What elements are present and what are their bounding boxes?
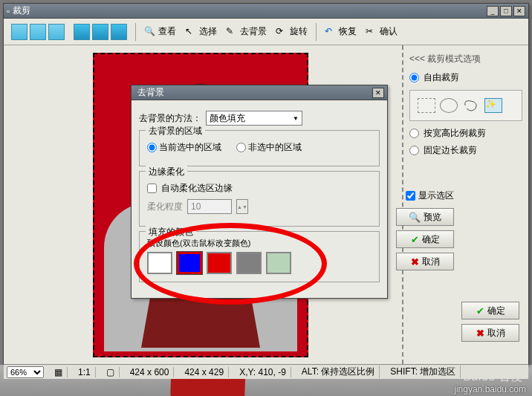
- fixed-crop-radio[interactable]: 固定边长裁剪: [409, 144, 522, 157]
- ratio-preset-2[interactable]: [30, 24, 46, 40]
- dims-original: 424 x 600: [126, 367, 175, 377]
- grid-icon[interactable]: ▢: [102, 367, 120, 377]
- confirm-label: 确认: [380, 25, 398, 38]
- confirm-button[interactable]: ✂ 确认: [363, 24, 400, 39]
- method-label: 去背景的方法：: [139, 112, 201, 125]
- status-bar: 66% ▦ 1:1 ▢ 424 x 600 424 x 429 X,Y: 410…: [4, 364, 528, 379]
- view-button[interactable]: 🔍 查看: [141, 24, 179, 39]
- select-button[interactable]: ↖ 选择: [182, 24, 220, 39]
- cursor-icon: ↖: [185, 26, 197, 38]
- dims-crop: 424 x 429: [180, 367, 229, 377]
- rect-select-tool[interactable]: [418, 98, 435, 113]
- dialog-titlebar[interactable]: 去背景 ✕: [132, 85, 387, 100]
- rotate-button[interactable]: ⟳ 旋转: [273, 24, 311, 39]
- oval-select-tool[interactable]: [440, 98, 458, 113]
- ratio-crop-radio[interactable]: 按宽高比例裁剪: [409, 127, 522, 140]
- mouse-coords: X,Y: 410, -9: [235, 367, 291, 377]
- magnifier-icon: 🔍: [144, 26, 156, 38]
- swatch-gray[interactable]: [236, 252, 262, 274]
- rotate-icon: ⟳: [276, 26, 288, 38]
- ratio-preset-6[interactable]: [111, 24, 127, 40]
- soften-legend: 边缘柔化: [146, 166, 187, 178]
- select-label: 选择: [199, 25, 217, 38]
- main-title: 裁剪: [10, 4, 487, 17]
- fill-color-fieldset: 填充的颜色 预设颜色(双击鼠标改变颜色): [139, 231, 380, 282]
- chevron-down-icon: ▼: [293, 115, 299, 122]
- fit-icon[interactable]: ▦: [50, 367, 68, 377]
- dialog-close-button[interactable]: ✕: [372, 88, 384, 98]
- restore-button[interactable]: ↶ 恢复: [322, 24, 360, 39]
- ratio-preset-5[interactable]: [92, 24, 108, 40]
- preset-label: 预设颜色(双击鼠标改变颜色): [147, 238, 372, 249]
- minimize-button[interactable]: _: [487, 6, 499, 16]
- ratio-preset-4[interactable]: [74, 24, 90, 40]
- magic-wand-tool[interactable]: ✨: [484, 98, 502, 113]
- cross-icon: ✖: [411, 256, 419, 267]
- remove-bg-dialog: 去背景 ✕ 去背景的方法： 颜色填充 ▼ 去背景的区域 当前选中的区域 非选中的…: [131, 85, 388, 299]
- watermark-url: jingyan.baidu.com: [454, 384, 526, 395]
- check-icon: ✔: [411, 234, 419, 245]
- swatch-red[interactable]: [207, 252, 232, 274]
- ratio-11[interactable]: 1:1: [74, 367, 96, 377]
- close-button[interactable]: ✕: [513, 6, 525, 16]
- lasso-select-tool[interactable]: [462, 98, 480, 113]
- preview-button[interactable]: 🔍 预览: [396, 208, 454, 226]
- auto-soften-check[interactable]: 自动柔化选区边缘: [147, 182, 372, 195]
- zoom-select[interactable]: 66%: [7, 366, 44, 378]
- soften-degree-label: 柔化程度: [147, 201, 183, 213]
- main-titlebar[interactable]: ▫ 裁剪 _ □ ✕: [4, 4, 528, 19]
- ratio-crop-input[interactable]: [409, 129, 419, 138]
- scissors-icon: ✂: [366, 26, 377, 38]
- free-crop-input[interactable]: [409, 73, 419, 82]
- show-selection-check[interactable]: 显示选区: [406, 189, 454, 202]
- swatch-white[interactable]: [147, 252, 172, 274]
- remove-bg-button[interactable]: ✎ 去背景: [223, 24, 270, 39]
- swatch-blue[interactable]: [177, 252, 202, 274]
- selection-tools: ✨: [409, 90, 522, 121]
- cross-icon: ✖: [476, 328, 484, 339]
- main-ok-button[interactable]: ✔ 确定: [461, 302, 519, 319]
- swatch-green[interactable]: [266, 252, 291, 274]
- soften-degree-input: [187, 199, 232, 214]
- dialog-ok-button[interactable]: ✔ 确定: [396, 230, 454, 248]
- shift-hint: SHIFT: 增加选区: [386, 366, 461, 378]
- region-current-radio[interactable]: 当前选中的区域: [147, 141, 221, 154]
- color-swatches: [147, 252, 372, 274]
- main-cancel-button[interactable]: ✖ 取消: [461, 324, 519, 342]
- crop-mode-title: <<< 裁剪模式选项: [409, 53, 522, 65]
- check-icon: ✔: [476, 305, 484, 317]
- rotate-label: 旋转: [290, 25, 308, 38]
- remove-bg-label: 去背景: [240, 25, 267, 38]
- maximize-button[interactable]: □: [500, 6, 512, 16]
- magnifier-icon: 🔍: [409, 212, 421, 223]
- free-crop-radio[interactable]: 自由裁剪: [409, 71, 522, 84]
- soften-fieldset: 边缘柔化 自动柔化选区边缘 柔化程度 ▲▼: [139, 171, 380, 227]
- main-toolbar: 🔍 查看 ↖ 选择 ✎ 去背景 ⟳ 旋转 ↶ 恢复 ✂ 确认: [4, 19, 528, 45]
- view-label: 查看: [158, 25, 176, 38]
- dialog-cancel-button[interactable]: ✖ 取消: [396, 253, 454, 270]
- ratio-preset-1[interactable]: [11, 24, 27, 40]
- alt-hint: ALT: 保持选区比例: [297, 366, 380, 378]
- ratio-preset-3[interactable]: [48, 24, 65, 40]
- dialog-title: 去背景: [134, 86, 372, 99]
- region-legend: 去背景的区域: [146, 125, 205, 137]
- method-select[interactable]: 颜色填充 ▼: [206, 111, 302, 126]
- aspect-ratio-group: [8, 24, 68, 40]
- undo-icon: ↶: [325, 26, 337, 38]
- restore-label: 恢复: [339, 25, 357, 38]
- remove-bg-icon: ✎: [226, 26, 238, 38]
- spinner-icon: ▲▼: [236, 199, 248, 214]
- region-fieldset: 去背景的区域 当前选中的区域 非选中的区域: [139, 130, 380, 166]
- fill-legend: 填充的颜色: [146, 226, 196, 238]
- region-unselected-radio[interactable]: 非选中的区域: [236, 141, 302, 154]
- fixed-crop-input[interactable]: [409, 146, 419, 155]
